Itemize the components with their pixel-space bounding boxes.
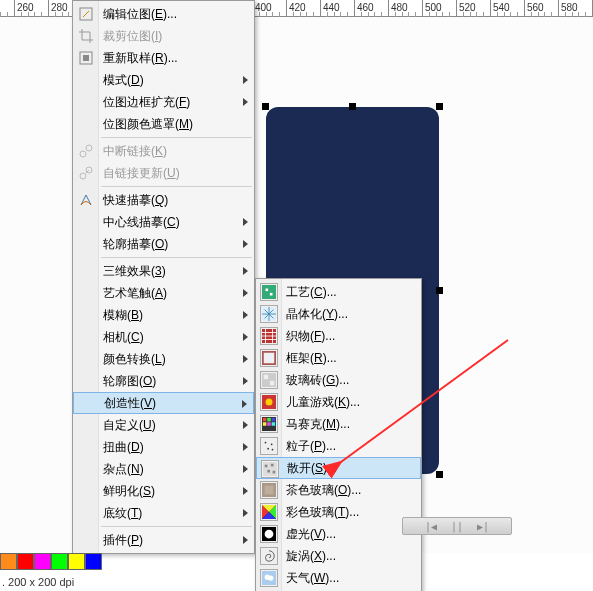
menu-item[interactable]: 彩色玻璃(T)... [256, 501, 421, 523]
menu-item[interactable]: 马赛克(M)... [256, 413, 421, 435]
svg-rect-37 [265, 486, 274, 495]
menu-item[interactable]: 三维效果(3) [73, 260, 254, 282]
scroll-right-icon[interactable]: ▶| [477, 521, 489, 532]
svg-point-3 [80, 151, 86, 157]
resample-icon [77, 49, 95, 67]
color-swatches[interactable] [0, 553, 102, 570]
menu-item[interactable]: 中心线描摹(C) [73, 211, 254, 233]
color-swatch[interactable] [34, 553, 51, 570]
color-swatch[interactable] [51, 553, 68, 570]
menu-item[interactable]: 儿童游戏(K)... [256, 391, 421, 413]
svg-point-29 [267, 448, 269, 450]
menu-item[interactable]: 位图边框扩充(F) [73, 91, 254, 113]
glass-block-icon [260, 371, 278, 389]
menu-item[interactable]: 散开(S)... [256, 457, 421, 479]
svg-point-44 [268, 575, 273, 580]
menu-item: 中断链接(K) [73, 140, 254, 162]
menu-item[interactable]: 编辑位图(E)... [73, 3, 254, 25]
menu-item[interactable]: 轮廓图(O) [73, 370, 254, 392]
creative-submenu[interactable]: 工艺(C)...晶体化(Y)...织物(F)...框架(R)...玻璃砖(G).… [255, 278, 422, 591]
menu-item[interactable]: 工艺(C)... [256, 281, 421, 303]
submenu-arrow-icon [243, 443, 248, 451]
svg-rect-25 [272, 422, 276, 426]
svg-rect-23 [263, 422, 267, 426]
scroll-mid-icon[interactable]: || [451, 521, 463, 532]
selection-handle[interactable] [436, 471, 443, 478]
selection-handle[interactable] [349, 103, 356, 110]
svg-point-30 [272, 449, 274, 451]
selection-handle[interactable] [262, 103, 269, 110]
menu-item: 自链接更新(U) [73, 162, 254, 184]
svg-rect-21 [267, 418, 271, 422]
svg-point-4 [86, 145, 92, 151]
selection-handle[interactable] [436, 287, 443, 294]
svg-rect-32 [265, 465, 268, 468]
menu-item[interactable]: 插件(P) [73, 529, 254, 551]
trace-icon [77, 191, 95, 209]
svg-rect-35 [273, 471, 276, 474]
submenu-arrow-icon [243, 218, 248, 226]
svg-point-28 [271, 443, 273, 445]
submenu-arrow-icon [243, 421, 248, 429]
crystallize-icon [260, 305, 278, 323]
submenu-arrow-icon [243, 289, 248, 297]
svg-rect-33 [271, 464, 274, 467]
menu-item[interactable]: 模式(D) [73, 69, 254, 91]
menu-item[interactable]: 艺术笔触(A) [73, 282, 254, 304]
svg-rect-22 [272, 418, 276, 422]
menu-item[interactable]: 织物(F)... [256, 325, 421, 347]
mosaic-icon [260, 415, 278, 433]
menu-item[interactable]: 自定义(U) [73, 414, 254, 436]
menu-item[interactable]: 扭曲(D) [73, 436, 254, 458]
update-link-icon [77, 164, 95, 182]
menu-item[interactable]: 玻璃砖(G)... [256, 369, 421, 391]
menu-item[interactable]: 底纹(T) [73, 502, 254, 524]
menu-item[interactable]: 模糊(B) [73, 304, 254, 326]
svg-rect-20 [263, 418, 267, 422]
menu-item: 裁剪位图(I) [73, 25, 254, 47]
svg-rect-16 [270, 381, 274, 385]
frame-icon [260, 349, 278, 367]
bitmap-menu[interactable]: 编辑位图(E)...裁剪位图(I)重新取样(R)...模式(D)位图边框扩充(F… [72, 0, 255, 554]
submenu-arrow-icon [243, 333, 248, 341]
color-swatch[interactable] [17, 553, 34, 570]
menu-item[interactable]: 天气(W)... [256, 567, 421, 589]
menu-item[interactable]: 相机(C) [73, 326, 254, 348]
menu-item[interactable]: 茶色玻璃(O)... [256, 479, 421, 501]
submenu-arrow-icon [243, 355, 248, 363]
scroll-left-icon[interactable]: |◀ [425, 521, 437, 532]
svg-rect-9 [270, 293, 273, 296]
menu-item[interactable]: 鲜明化(S) [73, 480, 254, 502]
menu-item[interactable]: 杂点(N) [73, 458, 254, 480]
menu-item[interactable]: 粒子(P)... [256, 435, 421, 457]
scroll-widget[interactable]: |◀ || ▶| [402, 517, 512, 535]
menu-item[interactable]: 轮廓描摹(O) [73, 233, 254, 255]
menu-item[interactable]: 重新取样(R)... [73, 47, 254, 69]
stained-glass-icon [260, 503, 278, 521]
selection-handle[interactable] [436, 103, 443, 110]
submenu-arrow-icon [243, 509, 248, 517]
fabric-icon [260, 327, 278, 345]
submenu-arrow-icon [242, 400, 247, 408]
menu-item[interactable]: 位图颜色遮罩(M) [73, 113, 254, 135]
svg-rect-26 [262, 439, 276, 453]
submenu-arrow-icon [243, 377, 248, 385]
craft-icon [260, 283, 278, 301]
menu-item[interactable]: 创造性(V) [73, 392, 254, 414]
color-swatch[interactable] [85, 553, 102, 570]
svg-rect-7 [262, 285, 276, 299]
svg-point-40 [265, 530, 274, 539]
svg-rect-34 [267, 470, 270, 473]
menu-item[interactable]: 框架(R)... [256, 347, 421, 369]
color-swatch[interactable] [68, 553, 85, 570]
menu-item[interactable]: 晶体化(Y)... [256, 303, 421, 325]
color-swatch[interactable] [0, 553, 17, 570]
particle-icon [260, 437, 278, 455]
vortex-icon [260, 547, 278, 565]
menu-item[interactable]: 旋涡(X)... [256, 545, 421, 567]
menu-item[interactable]: 虚光(V)... [256, 523, 421, 545]
menu-item[interactable]: 颜色转换(L) [73, 348, 254, 370]
submenu-arrow-icon [243, 240, 248, 248]
svg-rect-31 [263, 462, 277, 476]
menu-item[interactable]: 快速描摹(Q) [73, 189, 254, 211]
